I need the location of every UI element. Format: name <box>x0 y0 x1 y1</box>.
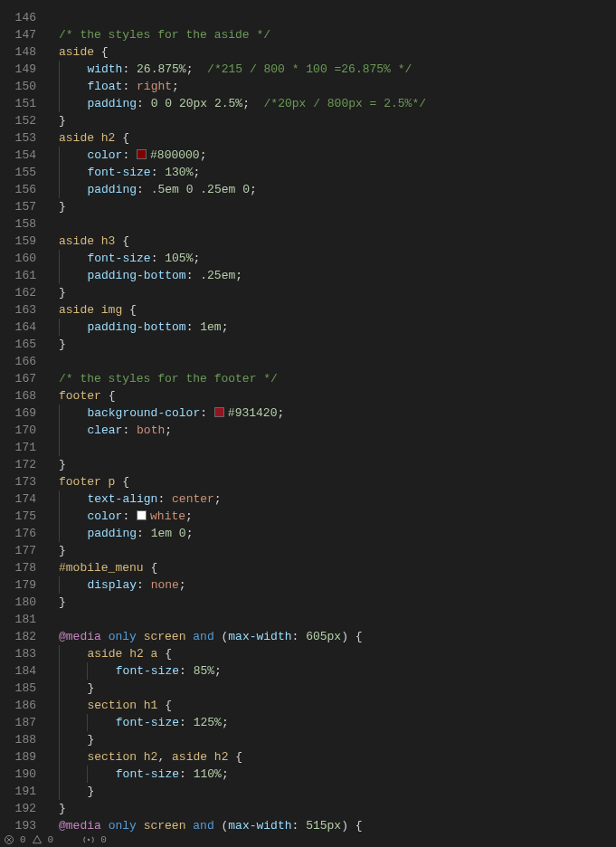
radio-icon[interactable] <box>82 834 95 845</box>
line-number: 157 <box>0 198 36 215</box>
line-number: 180 <box>0 594 36 611</box>
code-line[interactable]: section h2, aside h2 { <box>59 748 616 766</box>
warning-count: 0 <box>48 834 54 845</box>
line-number-gutter: 1461471481491501511521531541551561571581… <box>0 0 50 847</box>
code-line[interactable]: font-size: 105%; <box>59 250 616 267</box>
code-line[interactable]: font-size: 85%; <box>59 662 616 680</box>
code-line[interactable]: width: 26.875%; /*215 / 800 * 100 =26.87… <box>59 61 616 78</box>
line-number: 165 <box>0 336 36 353</box>
line-number: 168 <box>0 387 36 404</box>
code-line[interactable]: aside img { <box>59 301 616 319</box>
code-line[interactable]: } <box>59 594 616 611</box>
code-line[interactable]: color: #800000; <box>59 147 616 164</box>
error-icon[interactable] <box>4 834 14 845</box>
line-number: 147 <box>0 26 36 43</box>
line-number: 171 <box>0 439 36 456</box>
code-line[interactable] <box>59 611 616 628</box>
code-line[interactable]: } <box>59 284 616 301</box>
code-line[interactable] <box>59 215 616 233</box>
line-number: 172 <box>0 456 36 473</box>
line-number: 149 <box>0 61 36 78</box>
line-number: 151 <box>0 95 36 112</box>
line-number: 175 <box>0 508 36 525</box>
code-line[interactable]: /* the styles for the footer */ <box>59 370 616 387</box>
line-number: 155 <box>0 164 36 181</box>
line-number: 179 <box>0 576 36 594</box>
line-number: 185 <box>0 680 36 697</box>
code-line[interactable]: float: right; <box>59 78 616 95</box>
line-number: 173 <box>0 473 36 490</box>
code-line[interactable]: padding-bottom: 1em; <box>59 319 616 336</box>
line-number: 148 <box>0 43 36 61</box>
line-number: 174 <box>0 490 36 508</box>
code-line[interactable]: #mobile_menu { <box>59 559 616 576</box>
code-line[interactable] <box>59 9 616 26</box>
line-number: 169 <box>0 404 36 422</box>
line-number: 186 <box>0 697 36 714</box>
code-line[interactable]: font-size: 110%; <box>59 766 616 783</box>
line-number: 190 <box>0 766 36 783</box>
code-line[interactable]: section h1 { <box>59 697 616 714</box>
code-line[interactable]: @media only screen and (max-width: 605px… <box>59 628 616 645</box>
code-line[interactable]: } <box>59 800 616 817</box>
radio-count: 0 <box>100 834 107 845</box>
code-line[interactable]: padding: 1em 0; <box>59 525 616 542</box>
code-line[interactable]: } <box>59 680 616 697</box>
code-line[interactable]: font-size: 125%; <box>59 714 616 731</box>
line-number: 152 <box>0 112 36 129</box>
line-number: 176 <box>0 525 36 542</box>
line-number: 162 <box>0 284 36 301</box>
line-number: 166 <box>0 353 36 370</box>
warning-icon[interactable] <box>32 834 43 845</box>
code-line[interactable]: padding: .5em 0 .25em 0; <box>59 181 616 198</box>
line-number: 159 <box>0 233 36 250</box>
code-line[interactable]: padding: 0 0 20px 2.5%; /*20px / 800px =… <box>59 95 616 112</box>
code-line[interactable]: aside h2 a { <box>59 645 616 662</box>
code-line[interactable]: background-color: #931420; <box>59 404 616 422</box>
error-count: 0 <box>20 834 26 845</box>
line-number: 154 <box>0 147 36 164</box>
code-editor[interactable]: 1461471481491501511521531541551561571581… <box>0 0 616 847</box>
line-number: 191 <box>0 783 36 800</box>
code-line[interactable]: text-align: center; <box>59 490 616 508</box>
line-number: 158 <box>0 215 36 233</box>
line-number: 181 <box>0 611 36 628</box>
code-line[interactable]: display: none; <box>59 576 616 594</box>
code-line[interactable]: clear: both; <box>59 422 616 439</box>
code-content[interactable]: /* the styles for the aside */aside { wi… <box>50 0 616 847</box>
svg-point-3 <box>88 839 90 841</box>
line-number: 182 <box>0 628 36 645</box>
code-line[interactable]: footer p { <box>59 473 616 490</box>
line-number: 183 <box>0 645 36 662</box>
code-line[interactable]: } <box>59 731 616 748</box>
code-line[interactable]: aside { <box>59 43 616 61</box>
line-number: 177 <box>0 542 36 559</box>
line-number: 156 <box>0 181 36 198</box>
line-number: 163 <box>0 301 36 319</box>
code-line[interactable]: footer { <box>59 387 616 404</box>
line-number: 160 <box>0 250 36 267</box>
code-line[interactable]: } <box>59 542 616 559</box>
line-number: 164 <box>0 319 36 336</box>
line-number: 161 <box>0 267 36 284</box>
code-line[interactable]: } <box>59 336 616 353</box>
code-line[interactable]: /* the styles for the aside */ <box>59 26 616 43</box>
code-line[interactable]: } <box>59 198 616 215</box>
code-line[interactable]: aside h2 { <box>59 129 616 147</box>
line-number: 192 <box>0 800 36 817</box>
line-number: 153 <box>0 129 36 147</box>
code-line[interactable]: } <box>59 783 616 800</box>
code-line[interactable]: aside h3 { <box>59 233 616 250</box>
code-line[interactable]: padding-bottom: .25em; <box>59 267 616 284</box>
code-line[interactable]: } <box>59 112 616 129</box>
code-line[interactable]: font-size: 130%; <box>59 164 616 181</box>
code-line[interactable]: color: white; <box>59 508 616 525</box>
code-line[interactable] <box>59 439 616 456</box>
line-number: 188 <box>0 731 36 748</box>
code-line[interactable]: } <box>59 456 616 473</box>
line-number: 167 <box>0 370 36 387</box>
line-number: 187 <box>0 714 36 731</box>
code-line[interactable] <box>59 353 616 370</box>
statusbar: 0 0 0 <box>0 833 616 847</box>
line-number: 184 <box>0 662 36 680</box>
